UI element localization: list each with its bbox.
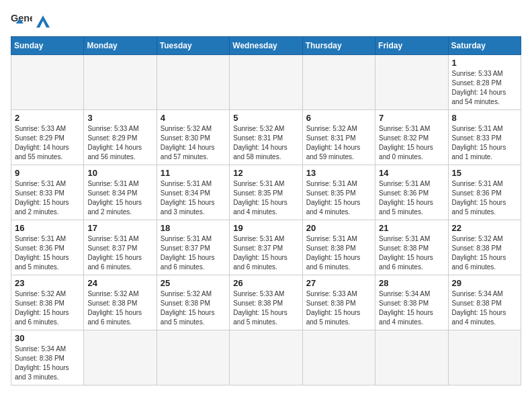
day-number: 18 [161, 223, 226, 233]
day-info: Sunrise: 5:31 AM Sunset: 8:37 PM Dayligh… [233, 234, 298, 272]
logo: General [11, 11, 50, 30]
day-info: Sunrise: 5:33 AM Sunset: 8:29 PM Dayligh… [15, 124, 80, 162]
day-number: 29 [452, 278, 517, 288]
calendar-day-cell [157, 330, 229, 385]
day-info: Sunrise: 5:33 AM Sunset: 8:38 PM Dayligh… [306, 289, 371, 327]
calendar-day-cell [84, 55, 157, 110]
calendar-day-cell [302, 55, 375, 110]
day-number: 23 [15, 278, 80, 288]
column-header-saturday: Saturday [448, 37, 521, 55]
calendar-day-cell [11, 55, 84, 110]
calendar-day-cell: 10Sunrise: 5:31 AM Sunset: 8:34 PM Dayli… [84, 165, 157, 220]
calendar-day-cell: 1Sunrise: 5:33 AM Sunset: 8:28 PM Daylig… [448, 55, 521, 110]
day-info: Sunrise: 5:31 AM Sunset: 8:36 PM Dayligh… [379, 179, 444, 217]
day-info: Sunrise: 5:31 AM Sunset: 8:33 PM Dayligh… [452, 124, 517, 162]
calendar-day-cell: 7Sunrise: 5:31 AM Sunset: 8:32 PM Daylig… [375, 110, 448, 165]
calendar-week-row: 9Sunrise: 5:31 AM Sunset: 8:33 PM Daylig… [11, 165, 521, 220]
day-info: Sunrise: 5:34 AM Sunset: 8:38 PM Dayligh… [452, 289, 517, 327]
logo-icon: General [11, 11, 32, 30]
day-number: 28 [379, 278, 444, 288]
day-info: Sunrise: 5:32 AM Sunset: 8:38 PM Dayligh… [452, 234, 517, 272]
day-info: Sunrise: 5:33 AM Sunset: 8:29 PM Dayligh… [87, 124, 152, 162]
calendar-day-cell: 18Sunrise: 5:31 AM Sunset: 8:37 PM Dayli… [157, 220, 229, 275]
column-header-thursday: Thursday [302, 37, 375, 55]
calendar-day-cell: 21Sunrise: 5:31 AM Sunset: 8:38 PM Dayli… [375, 220, 448, 275]
column-header-sunday: Sunday [11, 37, 84, 55]
day-number: 2 [15, 113, 80, 123]
calendar-day-cell: 19Sunrise: 5:31 AM Sunset: 8:37 PM Dayli… [230, 220, 302, 275]
calendar-day-cell: 16Sunrise: 5:31 AM Sunset: 8:36 PM Dayli… [11, 220, 84, 275]
calendar-day-cell [302, 330, 375, 385]
day-info: Sunrise: 5:31 AM Sunset: 8:38 PM Dayligh… [306, 234, 371, 272]
calendar-week-row: 16Sunrise: 5:31 AM Sunset: 8:36 PM Dayli… [11, 220, 521, 275]
day-number: 21 [379, 223, 444, 233]
day-number: 17 [87, 223, 152, 233]
calendar-day-cell: 2Sunrise: 5:33 AM Sunset: 8:29 PM Daylig… [11, 110, 84, 165]
calendar-day-cell: 27Sunrise: 5:33 AM Sunset: 8:38 PM Dayli… [302, 275, 375, 330]
day-info: Sunrise: 5:33 AM Sunset: 8:28 PM Dayligh… [452, 69, 517, 107]
calendar-day-cell: 28Sunrise: 5:34 AM Sunset: 8:38 PM Dayli… [375, 275, 448, 330]
day-number: 3 [87, 113, 152, 123]
calendar-day-cell: 11Sunrise: 5:31 AM Sunset: 8:34 PM Dayli… [157, 165, 229, 220]
calendar-day-cell: 20Sunrise: 5:31 AM Sunset: 8:38 PM Dayli… [302, 220, 375, 275]
column-header-tuesday: Tuesday [157, 37, 229, 55]
calendar-day-cell [375, 330, 448, 385]
day-number: 9 [15, 168, 80, 178]
day-number: 6 [306, 113, 371, 123]
calendar-table: SundayMondayTuesdayWednesdayThursdayFrid… [11, 36, 521, 385]
day-info: Sunrise: 5:34 AM Sunset: 8:38 PM Dayligh… [15, 345, 80, 382]
day-number: 25 [161, 278, 226, 288]
calendar-day-cell: 15Sunrise: 5:31 AM Sunset: 8:36 PM Dayli… [448, 165, 521, 220]
day-number: 26 [233, 278, 298, 288]
calendar-day-cell: 4Sunrise: 5:32 AM Sunset: 8:30 PM Daylig… [157, 110, 229, 165]
day-info: Sunrise: 5:31 AM Sunset: 8:36 PM Dayligh… [452, 179, 517, 217]
day-number: 16 [15, 223, 80, 233]
day-info: Sunrise: 5:33 AM Sunset: 8:38 PM Dayligh… [233, 289, 298, 327]
calendar-week-row: 23Sunrise: 5:32 AM Sunset: 8:38 PM Dayli… [11, 275, 521, 330]
page-header: General [11, 11, 521, 30]
day-number: 11 [161, 168, 226, 178]
day-info: Sunrise: 5:32 AM Sunset: 8:30 PM Dayligh… [161, 124, 226, 162]
calendar-day-cell: 6Sunrise: 5:32 AM Sunset: 8:31 PM Daylig… [302, 110, 375, 165]
calendar-day-cell [230, 55, 302, 110]
day-info: Sunrise: 5:32 AM Sunset: 8:31 PM Dayligh… [233, 124, 298, 162]
day-info: Sunrise: 5:31 AM Sunset: 8:33 PM Dayligh… [15, 179, 80, 217]
day-number: 22 [452, 223, 517, 233]
day-number: 10 [87, 168, 152, 178]
calendar-day-cell [84, 330, 157, 385]
day-info: Sunrise: 5:31 AM Sunset: 8:35 PM Dayligh… [306, 179, 371, 217]
calendar-day-cell: 17Sunrise: 5:31 AM Sunset: 8:37 PM Dayli… [84, 220, 157, 275]
day-info: Sunrise: 5:32 AM Sunset: 8:38 PM Dayligh… [87, 289, 152, 327]
day-info: Sunrise: 5:31 AM Sunset: 8:32 PM Dayligh… [379, 124, 444, 162]
calendar-week-row: 1Sunrise: 5:33 AM Sunset: 8:28 PM Daylig… [11, 55, 521, 110]
calendar-day-cell [230, 330, 302, 385]
calendar-day-cell: 12Sunrise: 5:31 AM Sunset: 8:35 PM Dayli… [230, 165, 302, 220]
day-info: Sunrise: 5:31 AM Sunset: 8:37 PM Dayligh… [161, 234, 226, 272]
day-number: 7 [379, 113, 444, 123]
calendar-day-cell: 8Sunrise: 5:31 AM Sunset: 8:33 PM Daylig… [448, 110, 521, 165]
calendar-week-row: 30Sunrise: 5:34 AM Sunset: 8:38 PM Dayli… [11, 330, 521, 385]
column-header-wednesday: Wednesday [230, 37, 302, 55]
column-header-monday: Monday [84, 37, 157, 55]
day-info: Sunrise: 5:32 AM Sunset: 8:38 PM Dayligh… [15, 289, 80, 327]
day-number: 12 [233, 168, 298, 178]
calendar-day-cell: 5Sunrise: 5:32 AM Sunset: 8:31 PM Daylig… [230, 110, 302, 165]
day-number: 13 [306, 168, 371, 178]
day-number: 5 [233, 113, 298, 123]
logo-triangle-icon [36, 15, 50, 28]
calendar-header-row: SundayMondayTuesdayWednesdayThursdayFrid… [11, 37, 521, 55]
calendar-day-cell: 23Sunrise: 5:32 AM Sunset: 8:38 PM Dayli… [11, 275, 84, 330]
calendar-day-cell: 26Sunrise: 5:33 AM Sunset: 8:38 PM Dayli… [230, 275, 302, 330]
day-number: 8 [452, 113, 517, 123]
day-info: Sunrise: 5:32 AM Sunset: 8:38 PM Dayligh… [161, 289, 226, 327]
day-number: 30 [15, 333, 80, 343]
day-info: Sunrise: 5:31 AM Sunset: 8:34 PM Dayligh… [161, 179, 226, 217]
day-number: 4 [161, 113, 226, 123]
calendar-day-cell [157, 55, 229, 110]
day-info: Sunrise: 5:31 AM Sunset: 8:38 PM Dayligh… [379, 234, 444, 272]
day-info: Sunrise: 5:31 AM Sunset: 8:34 PM Dayligh… [87, 179, 152, 217]
calendar-day-cell [448, 330, 521, 385]
day-info: Sunrise: 5:32 AM Sunset: 8:31 PM Dayligh… [306, 124, 371, 162]
day-number: 20 [306, 223, 371, 233]
day-number: 15 [452, 168, 517, 178]
